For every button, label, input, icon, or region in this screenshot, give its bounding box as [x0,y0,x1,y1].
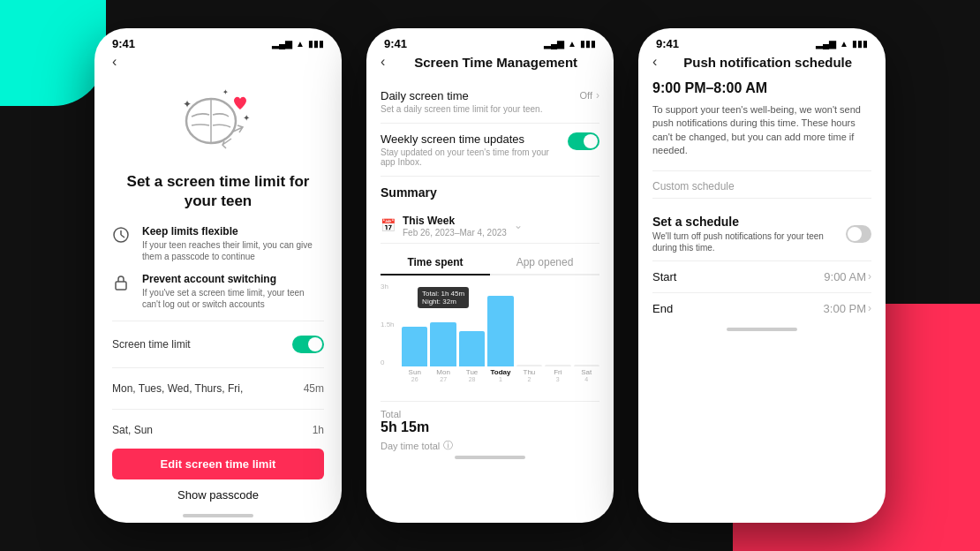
phone1-content: ‹ ✦ ✦ ✦ [94,54,342,510]
weekend-label: Sat, Sun [112,424,153,436]
time-desc: To support your teen's well-being, we wo… [652,103,871,158]
phone1-main-title: Set a screen time limit for your teen [112,172,324,211]
status-icons-2: ▂▄▆ ▲ ▮▮▮ [544,39,596,49]
wifi-icon-3: ▲ [840,39,848,49]
bar-mon: Total: 1h 45m Night: 32m [430,322,456,366]
status-time-2: 9:41 [384,37,407,50]
back-button-1[interactable]: ‹ [112,54,324,77]
chevron-right-end: › [868,302,871,314]
svg-rect-8 [116,282,126,290]
feature1-desc: If your teen reaches their limit, you ca… [142,239,324,262]
summary-title: Summary [381,185,599,200]
wifi-icon: ▲ [296,39,305,49]
status-icons-1: ▂▄▆ ▲ ▮▮▮ [272,39,324,49]
end-label: End [652,302,673,315]
bar-tue [459,331,485,366]
status-bar-1: 9:41 ▂▄▆ ▲ ▮▮▮ [94,28,342,54]
x-label-sat: Sat4 [574,368,599,382]
daytime-label: Day time total [381,441,440,451]
phone2-header: ‹ Screen Time Management [381,54,599,70]
end-time: 3:00 PM [824,302,866,315]
total-label: Total [381,409,599,419]
daily-screen-time-row: Daily screen time Set a daily screen tim… [381,80,599,124]
phone-1: 9:41 ▂▄▆ ▲ ▮▮▮ ‹ [94,28,342,523]
phone3-header: ‹ Push notification schedule [652,54,871,70]
tooltip-total: Total: 1h 45m [422,290,464,298]
tab-time-spent[interactable]: Time spent [381,251,490,276]
end-value: 3:00 PM › [824,302,871,315]
y-label-0: 0 [381,359,395,366]
divider-p3-1 [652,170,871,171]
svg-text:✦: ✦ [222,88,229,96]
feature1-title: Keep limits flexible [142,225,324,238]
total-section: Total 5h 15m Day time total ⓘ [381,401,599,452]
svg-line-7 [121,235,124,238]
svg-text:✦: ✦ [183,98,192,110]
calendar-icon: 📅 [381,218,396,232]
edit-screen-time-button[interactable]: Edit screen time limit [112,449,324,479]
lock-icon [112,274,133,295]
weekend-value: 1h [313,424,324,436]
tooltip: Total: 1h 45m Night: 32m [418,287,469,308]
screen-time-limit-row: Screen time limit [112,330,324,359]
daily-screen-right[interactable]: Off › [580,89,599,102]
bar-today [487,296,513,366]
set-schedule-title: Set a schedule [652,215,846,229]
battery-icon-3: ▮▮▮ [852,39,868,49]
tabs-row: Time spent App opened [381,251,599,276]
bar-sun [402,327,427,366]
weekly-updates-label: Weekly screen time updates [381,132,561,146]
bar-sat-fill [574,365,599,366]
signal-icon-3: ▂▄▆ [816,39,836,49]
phone-3: 9:41 ▂▄▆ ▲ ▮▮▮ ‹ Push notification sched… [638,28,886,523]
show-passcode-button[interactable]: Show passcode [112,479,324,510]
bar-thu [516,365,542,366]
bar-sat [574,365,599,366]
y-label-2h: 1.5h [381,321,395,328]
week-date: Feb 26, 2023–Mar 4, 2023 [403,228,507,238]
weekly-updates-left: Weekly screen time updates Stay updated … [381,132,561,167]
x-label-today: Today1 [487,368,513,382]
start-time-row[interactable]: Start 9:00 AM › [652,260,871,292]
total-value: 5h 15m [381,419,599,435]
status-time-3: 9:41 [656,37,679,50]
x-label-mon: Mon27 [430,368,456,382]
chevron-right-daily: › [596,89,599,102]
start-label: Start [652,270,676,283]
this-week-label: This Week [403,215,455,227]
back-button-3[interactable]: ‹ [652,54,657,70]
status-time-1: 9:41 [112,37,135,50]
set-schedule-desc: We'll turn off push notifications for yo… [652,230,846,253]
screen-time-toggle[interactable] [292,336,324,353]
time-range: 9:00 PM–8:00 AM [652,80,871,96]
feature-switching-text: Prevent account switching If you've set … [142,273,324,310]
battery-icon-2: ▮▮▮ [580,39,596,49]
weekend-row: Sat, Sun 1h [112,419,324,442]
chevron-right-start: › [868,270,871,283]
divider-2 [112,367,324,368]
feature-flexible: Keep limits flexible If your teen reache… [112,225,324,262]
svg-text:✦: ✦ [243,113,250,123]
end-time-row[interactable]: End 3:00 PM › [652,292,871,324]
brain-illustration: ✦ ✦ ✦ [174,81,262,161]
set-schedule-text: Set a schedule We'll turn off push notif… [652,215,846,253]
bar-mon-fill [430,322,456,366]
tab-app-opened[interactable]: App opened [490,251,599,274]
schedule-toggle[interactable] [846,225,871,243]
back-button-2[interactable]: ‹ [381,54,385,70]
battery-icon: ▮▮▮ [308,39,324,49]
screen-time-limit-label: Screen time limit [112,338,191,351]
bar-tue-fill [459,331,485,366]
set-schedule-row: Set a schedule We'll turn off push notif… [652,208,871,260]
clock-icon [112,226,133,247]
weekly-updates-toggle[interactable] [568,132,599,150]
illustration-area: ✦ ✦ ✦ [112,77,324,165]
feature2-desc: If you've set a screen time limit, your … [142,287,324,310]
x-label-thu: Thu2 [516,368,542,382]
week-row[interactable]: 📅 This Week Feb 26, 2023–Mar 4, 2023 ⌄ [381,207,599,244]
daily-screen-sub: Set a daily screen time limit for your t… [381,104,542,114]
feature2-title: Prevent account switching [142,273,324,285]
start-time: 9:00 AM [824,270,866,283]
phones-container: 9:41 ▂▄▆ ▲ ▮▮▮ ‹ [0,0,980,551]
daily-screen-value: Off [580,90,592,101]
